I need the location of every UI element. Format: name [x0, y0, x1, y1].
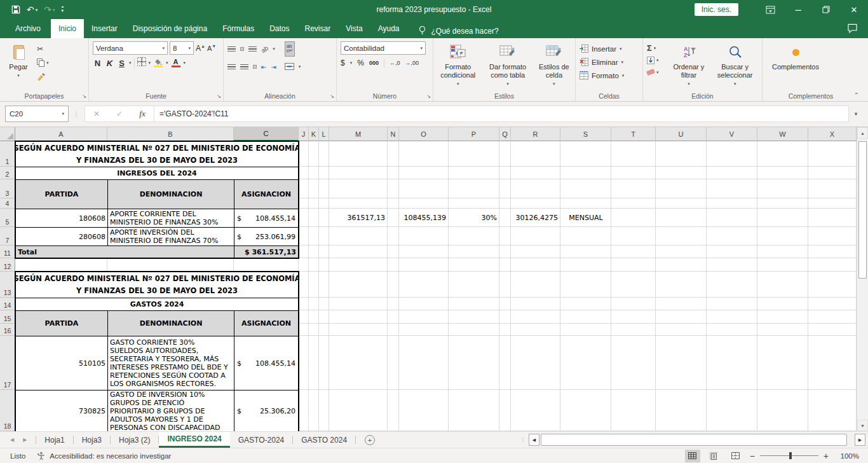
cell-L15[interactable]	[319, 310, 329, 324]
cell-X15[interactable]	[808, 310, 857, 324]
cell-B12[interactable]	[107, 258, 234, 272]
cell-L18[interactable]	[319, 390, 329, 431]
italic-button[interactable]: K	[105, 59, 114, 68]
cell-C12[interactable]	[234, 258, 299, 272]
column-header-P[interactable]: P	[449, 127, 499, 141]
tab-disposicion[interactable]: Disposición de página	[125, 19, 215, 38]
cell-A14[interactable]: GASTOS 2024	[15, 298, 299, 310]
cell-V7[interactable]	[707, 227, 757, 245]
name-box[interactable]: C20▾	[5, 106, 69, 122]
zoom-slider-thumb[interactable]	[789, 452, 792, 459]
cell-O16[interactable]	[399, 324, 449, 336]
cell-R7[interactable]	[511, 227, 560, 245]
number-format-combobox[interactable]: Contabilidad▾	[341, 41, 426, 55]
cell-N14[interactable]	[388, 298, 399, 310]
cell-A17[interactable]: 510105	[15, 336, 107, 390]
cell-O3[interactable]	[399, 179, 449, 198]
cell-W18[interactable]	[757, 390, 808, 431]
cell-R14[interactable]	[511, 298, 560, 310]
tab-vista[interactable]: Vista	[338, 19, 370, 38]
sheet-tab-gasto-2024a[interactable]: GASTO-2024	[230, 432, 292, 448]
increase-decimal-icon[interactable]: ←,0	[390, 60, 400, 66]
cell-L7[interactable]	[319, 227, 329, 245]
cell-Q5[interactable]	[499, 209, 511, 227]
cell-A5[interactable]: 180608	[15, 209, 107, 227]
fill-color-icon[interactable]	[153, 59, 163, 67]
cell-O13[interactable]	[399, 272, 449, 298]
cell-J15[interactable]	[299, 310, 309, 324]
bold-button[interactable]: N	[93, 59, 102, 68]
cell-O1[interactable]	[399, 141, 449, 167]
cell-K12[interactable]	[309, 258, 319, 272]
cell-Q17[interactable]	[499, 336, 511, 390]
autosum-button[interactable]: Σ▾	[647, 43, 665, 53]
cell-K3[interactable]	[309, 179, 319, 198]
wrap-text-icon[interactable]: abc↵	[285, 41, 295, 57]
cancel-entry-icon[interactable]: ✕	[85, 109, 108, 118]
cell-W1[interactable]	[757, 141, 808, 167]
cell-X17[interactable]	[808, 336, 857, 390]
cell-R5[interactable]: 30126,4275	[511, 209, 560, 227]
cell-V3[interactable]	[707, 179, 757, 198]
cell-P3[interactable]	[449, 179, 499, 198]
tab-inicio[interactable]: Inicio	[51, 19, 84, 38]
fill-button[interactable]: ▾	[647, 55, 665, 66]
sheet-tab-gasto-2024b[interactable]: GASTO 2024	[293, 432, 355, 448]
sheet-tab-hoja3[interactable]: Hoja3	[74, 432, 110, 448]
cell-V18[interactable]	[707, 390, 757, 431]
cell-O18[interactable]	[399, 390, 449, 431]
cell-L1[interactable]	[319, 141, 329, 167]
clear-button[interactable]: ▾	[647, 67, 665, 78]
copy-button[interactable]: ▾	[37, 57, 49, 68]
cell-S17[interactable]	[560, 336, 611, 390]
cell-M5[interactable]: 361517,13	[329, 209, 388, 227]
cell-B15[interactable]: DENOMINACION	[107, 310, 234, 336]
cell-A11[interactable]: Total	[15, 245, 234, 258]
cell-M18[interactable]	[329, 390, 388, 431]
find-select-button[interactable]: Buscar y seleccionar▾	[712, 41, 758, 90]
cell-X4[interactable]	[808, 198, 857, 209]
cell-U3[interactable]	[656, 179, 707, 198]
column-header-V[interactable]: V	[707, 127, 757, 141]
cell-W12[interactable]	[757, 258, 808, 272]
cell-R11[interactable]	[511, 245, 560, 258]
cell-P13[interactable]	[449, 272, 499, 298]
cell-Q2[interactable]	[499, 167, 511, 179]
cell-S2[interactable]	[560, 167, 611, 179]
cell-K17[interactable]	[309, 336, 319, 390]
column-header-W[interactable]: W	[757, 127, 808, 141]
cell-A18[interactable]: 730825	[15, 390, 107, 431]
cell-Q14[interactable]	[499, 298, 511, 310]
cell-J7[interactable]	[299, 227, 309, 245]
cell-P12[interactable]	[449, 258, 499, 272]
cell-T3[interactable]	[611, 179, 656, 198]
expand-formula-bar-icon[interactable]: ▾	[849, 111, 863, 117]
cell-U2[interactable]	[656, 167, 707, 179]
dialog-launcher-icon[interactable]: ↘	[330, 93, 334, 99]
cell-N11[interactable]	[388, 245, 399, 258]
cell-U17[interactable]	[656, 336, 707, 390]
cell-M17[interactable]	[329, 336, 388, 390]
column-header-S[interactable]: S	[560, 127, 611, 141]
cell-M14[interactable]	[329, 298, 388, 310]
cell-P17[interactable]	[449, 336, 499, 390]
column-header-C[interactable]: C	[234, 127, 299, 141]
cell-O15[interactable]	[399, 310, 449, 324]
cell-A1[interactable]: SEGÚN ACUERDO MINISTERIAL Nº 027 DEL MIN…	[15, 141, 299, 167]
cell-U14[interactable]	[656, 298, 707, 310]
underline-button[interactable]: S	[117, 59, 126, 68]
cell-W3[interactable]	[757, 179, 808, 198]
cell-U7[interactable]	[656, 227, 707, 245]
cell-L14[interactable]	[319, 298, 329, 310]
confirm-entry-icon[interactable]: ✓	[108, 109, 131, 118]
font-size-combobox[interactable]: 8▾	[170, 41, 194, 55]
cell-T4[interactable]	[611, 198, 656, 209]
sheet-tab-ingreso-2024[interactable]: INGRESO 2024	[159, 432, 229, 448]
align-left-icon[interactable]	[227, 64, 236, 70]
cell-A12[interactable]	[15, 258, 107, 272]
cell-A3[interactable]: PARTIDA	[15, 179, 107, 209]
cell-A7[interactable]: 280608	[15, 227, 107, 245]
cell-X16[interactable]	[808, 324, 857, 336]
cell-S16[interactable]	[560, 324, 611, 336]
tab-revisar[interactable]: Revisar	[297, 19, 339, 38]
